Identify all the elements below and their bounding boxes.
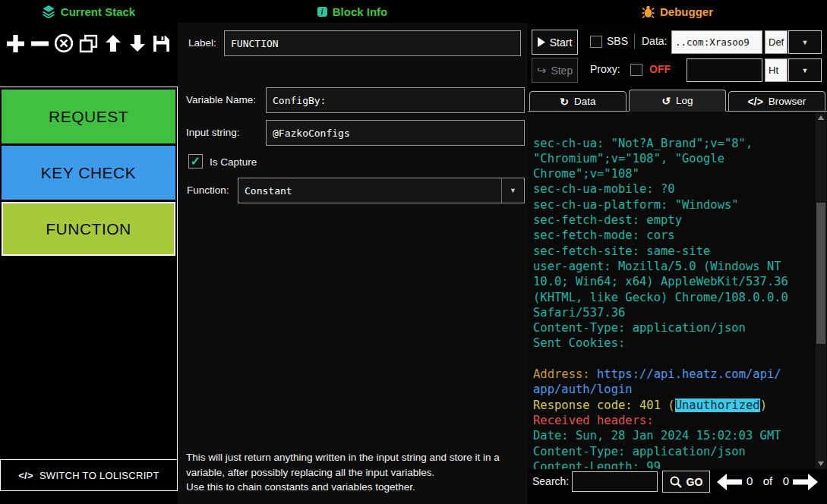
function-label: Function: xyxy=(187,184,229,196)
proxy-input[interactable] xyxy=(687,58,762,82)
log-line: Safari/537.36 xyxy=(533,305,814,320)
start-button[interactable]: Start xyxy=(532,30,578,55)
log-line: sec-fetch-mode: cors xyxy=(533,228,814,243)
variable-name-input[interactable] xyxy=(266,87,525,113)
add-block-button[interactable] xyxy=(5,33,26,54)
stack-panel: REQUESTKEY CHECKFUNCTION xyxy=(0,87,178,459)
proxy-checkbox[interactable] xyxy=(630,64,642,76)
triangle-down-icon xyxy=(818,461,824,466)
move-up-button[interactable] xyxy=(103,33,124,54)
is-capture-checkbox[interactable]: ✓ xyxy=(188,154,203,169)
proxy-type-value: Ht xyxy=(769,65,778,76)
arrow-up-icon xyxy=(104,34,122,52)
log-line: sec-fetch-dest: empty xyxy=(533,213,814,228)
log-content: sec-ch-ua: "Not?A_Brand";v="8","Chromium… xyxy=(533,136,814,469)
search-label: Search: xyxy=(532,475,569,487)
refresh-icon: ↻ xyxy=(560,96,569,108)
log-line: sec-fetch-site: same-site xyxy=(533,244,814,259)
check-icon: ✓ xyxy=(191,156,200,168)
search-input[interactable] xyxy=(572,471,658,492)
debugger-title: Debugger xyxy=(660,5,713,18)
search-icon xyxy=(670,476,682,488)
proxy-type-select[interactable]: Ht xyxy=(765,58,788,82)
remove-block-button[interactable] xyxy=(29,33,50,54)
step-button[interactable]: ↪ Step xyxy=(532,58,578,83)
tab-label: Data xyxy=(574,96,596,107)
sbs-label: SBS xyxy=(607,35,628,47)
log-line: "Chromium";v="108", "Google xyxy=(533,151,814,166)
search-match-counter: 0 of 0 xyxy=(747,474,789,487)
block-help-text: This will just return anything written i… xyxy=(186,450,528,495)
save-stack-button[interactable] xyxy=(151,33,172,54)
switch-to-loliscript-button[interactable]: </> SWITCH TO LOLISCRIPT xyxy=(0,459,178,491)
log-line: (KHTML, like Gecko) Chrome/108.0.0.0 xyxy=(533,290,814,305)
triangle-up-icon xyxy=(818,115,824,120)
scroll-down-button[interactable] xyxy=(816,458,826,469)
proxy-label: Proxy: xyxy=(590,63,620,75)
log-line: app/auth/login xyxy=(533,382,814,397)
stack-block-request[interactable]: REQUEST xyxy=(2,90,175,143)
clone-icon xyxy=(79,34,98,53)
scrollbar-thumb[interactable] xyxy=(816,203,825,344)
block-info-panel: Label: Variable Name: Input string: ✓ Is… xyxy=(178,23,528,504)
log-line: Sent Cookies: xyxy=(533,335,814,351)
wordlist-type-value: Def xyxy=(769,36,784,48)
block-info-title: Block Info xyxy=(333,5,388,18)
label-input[interactable] xyxy=(224,30,521,56)
clone-block-button[interactable] xyxy=(77,33,99,54)
input-string-input[interactable] xyxy=(266,120,525,146)
log-line: Content-Length: 99 xyxy=(533,459,814,469)
log-line: user-agent: Mozilla/5.0 (Windows NT xyxy=(533,259,814,274)
scroll-up-button[interactable] xyxy=(816,112,826,123)
log-line: Content-Type: application/json xyxy=(533,320,814,335)
data-label: Data: xyxy=(642,35,667,47)
minus-icon xyxy=(30,34,49,53)
is-capture-label: Is Capture xyxy=(210,156,257,168)
log-line: sec-ch-ua: "Not?A_Brand";v="8", xyxy=(533,136,814,151)
go-button-label: GO xyxy=(687,476,703,488)
sbs-checkbox[interactable] xyxy=(590,36,602,48)
bug-icon xyxy=(642,5,655,18)
history-icon: ↺ xyxy=(661,95,671,107)
log-scroll-area[interactable]: sec-ch-ua: "Not?A_Brand";v="8","Chromium… xyxy=(533,112,814,469)
start-button-label: Start xyxy=(550,36,573,49)
log-scrollbar[interactable] xyxy=(816,112,826,469)
step-button-label: Step xyxy=(551,65,573,77)
app-window: Current Stack i Block Info Debugger xyxy=(0,0,827,504)
stack-block-key-check[interactable]: KEY CHECK xyxy=(2,146,175,200)
stack-block-function[interactable]: FUNCTION xyxy=(2,202,175,256)
previous-match-button[interactable] xyxy=(717,474,742,490)
debugger-tabs: ↻Data↺Log</>Browser xyxy=(529,90,825,112)
match-position: 0 xyxy=(747,474,753,487)
switch-to-loliscript-label: SWITCH TO LOLISCRIPT xyxy=(39,470,159,481)
debugger-header: Debugger xyxy=(528,0,827,23)
log-search-bar: Search: GO 0 of 0 xyxy=(528,469,827,495)
wordlist-type-dropdown-button[interactable]: ▼ xyxy=(788,30,822,54)
data-input[interactable] xyxy=(671,30,762,54)
debugger-panel: Start SBS Data: Def ▼ ↪ Step Proxy: OFF … xyxy=(528,23,827,504)
function-dropdown-value: Constant xyxy=(238,185,501,197)
tab-browser[interactable]: </>Browser xyxy=(728,91,825,112)
log-line: Response code: 401 (Unauthorized) xyxy=(533,398,814,413)
tab-data[interactable]: ↻Data xyxy=(529,91,627,112)
wordlist-type-select[interactable]: Def xyxy=(765,30,788,54)
next-match-button[interactable] xyxy=(793,474,818,490)
stack-list: REQUESTKEY CHECKFUNCTION xyxy=(2,90,175,256)
search-go-button[interactable]: GO xyxy=(662,471,710,493)
log-line: Content-Type: application/json xyxy=(533,444,814,459)
tab-log[interactable]: ↺Log xyxy=(629,90,726,112)
log-line: 10.0; Win64; x64) AppleWebKit/537.36 xyxy=(533,274,814,289)
circle-x-icon xyxy=(54,33,74,53)
info-icon: i xyxy=(317,7,327,17)
block-info-header: i Block Info xyxy=(177,0,528,23)
divider xyxy=(634,33,635,49)
log-line: sec-ch-ua-platform: "Windows" xyxy=(533,197,814,213)
move-down-button[interactable] xyxy=(127,33,148,54)
current-stack-header: Current Stack xyxy=(0,0,177,23)
function-dropdown[interactable]: Constant ▼ xyxy=(238,178,525,203)
proxy-type-dropdown-button[interactable]: ▼ xyxy=(788,58,822,82)
delete-block-button[interactable] xyxy=(53,33,74,54)
code-icon: </> xyxy=(18,470,33,481)
input-string-label: Input string: xyxy=(186,127,240,138)
stack-toolbar xyxy=(0,25,177,61)
